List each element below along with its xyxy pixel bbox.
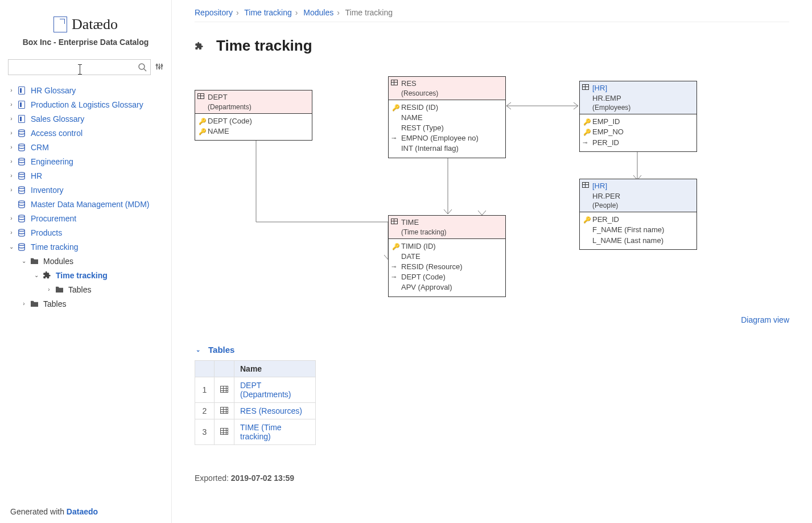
svg-point-9: [19, 143, 25, 146]
tree-item-crm[interactable]: ›CRM: [8, 140, 163, 154]
table-row[interactable]: 3TIME (Time tracking): [195, 419, 316, 445]
sidebar: Datædo Box Inc - Enterprise Data Catalog…: [0, 0, 172, 523]
key-icon: 🔑: [583, 118, 591, 126]
book-icon: [18, 101, 25, 109]
puzzle-icon: [42, 271, 51, 280]
key-icon: 🔑: [583, 216, 591, 224]
database-icon: [17, 157, 26, 166]
book-icon: [18, 115, 25, 123]
database-icon: [17, 143, 26, 152]
database-icon: [17, 214, 26, 223]
erd-diagram[interactable]: DEPT(Departments) 🔑DEPT (Code) 🔑NAME RES…: [195, 66, 789, 328]
database-icon: [17, 200, 26, 209]
text-cursor-icon: [80, 65, 80, 74]
tree-item-time-tracking-module[interactable]: ⌄Time tracking: [8, 268, 163, 282]
erd-entity-emp[interactable]: [HR]HR.EMP(Employees) 🔑EMP_ID 🔑EMP_NO ⊸P…: [579, 81, 697, 152]
svg-point-8: [19, 129, 25, 131]
table-icon: [391, 80, 398, 85]
folder-icon: [30, 299, 39, 308]
database-icon: [17, 186, 26, 195]
table-icon: [582, 84, 589, 90]
breadcrumb: Repository› Time tracking› Modules› Time…: [195, 8, 789, 17]
breadcrumb-modules[interactable]: Modules: [303, 8, 333, 17]
footer-brand-link[interactable]: Dataedo: [67, 507, 98, 516]
breadcrumb-repository[interactable]: Repository: [195, 8, 233, 17]
svg-line-1: [144, 69, 146, 71]
tree-item-modules[interactable]: ⌄Modules: [8, 254, 163, 268]
main-content: Repository› Time tracking› Modules› Time…: [172, 0, 812, 523]
col-name: Name: [234, 361, 316, 377]
erd-entity-dept[interactable]: DEPT(Departments) 🔑DEPT (Code) 🔑NAME: [195, 90, 312, 141]
svg-point-11: [19, 172, 25, 174]
logo: Datædo: [8, 16, 163, 34]
svg-point-12: [19, 186, 25, 188]
breadcrumb-current: Time tracking: [345, 8, 393, 17]
database-icon: [17, 129, 26, 138]
svg-point-5: [156, 64, 158, 66]
table-icon: [220, 428, 228, 435]
footer-note: Generated with Dataedo: [10, 507, 98, 516]
catalog-title: Box Inc - Enterprise Data Catalog: [8, 38, 163, 47]
svg-point-0: [139, 64, 145, 69]
database-icon: [17, 228, 26, 237]
tables-section-toggle[interactable]: ⌄Tables: [195, 345, 789, 355]
tree-item-time-tracking[interactable]: ⌄Time tracking: [8, 240, 163, 254]
breadcrumb-time-tracking[interactable]: Time tracking: [244, 8, 292, 17]
filter-icon[interactable]: [155, 63, 163, 72]
key-icon: 🔑: [583, 128, 591, 137]
nav-tree: ›HR Glossary ›Production & Logistics Glo…: [8, 83, 163, 311]
page-title: Time tracking: [216, 37, 312, 55]
tree-item-hr-glossary[interactable]: ›HR Glossary: [8, 83, 163, 97]
svg-point-15: [19, 229, 25, 231]
logo-icon: [53, 17, 67, 32]
tree-item-engineering[interactable]: ›Engineering: [8, 154, 163, 168]
database-icon: [17, 242, 26, 252]
key-icon: 🔑: [199, 117, 207, 126]
erd-entity-per[interactable]: [HR]HR.PER(People) 🔑PER_ID F_NAME (First…: [579, 179, 697, 250]
svg-point-16: [19, 243, 25, 245]
key-icon: 🔑: [392, 104, 400, 112]
tree-item-mdm[interactable]: Master Data Management (MDM): [8, 197, 163, 211]
tree-item-prod-glossary[interactable]: ›Production & Logistics Glossary: [8, 97, 163, 112]
table-icon: [220, 386, 228, 393]
key-icon: 🔑: [199, 127, 207, 136]
tree-item-tables[interactable]: ›Tables: [8, 296, 163, 311]
svg-point-14: [19, 215, 25, 217]
svg-point-10: [19, 158, 25, 160]
table-row[interactable]: 1DEPT (Departments): [195, 377, 316, 403]
brand-text: Datædo: [72, 16, 118, 33]
erd-entity-time[interactable]: TIME(Time tracking) 🔑TIMID (ID) DATE ⊸RE…: [388, 215, 506, 297]
fk-icon: ⊸: [391, 134, 396, 142]
table-icon: [197, 93, 204, 99]
fk-icon: ⊸: [583, 139, 587, 147]
table-row[interactable]: 2RES (Resources): [195, 403, 316, 419]
tree-item-access-control[interactable]: ›Access control: [8, 126, 163, 140]
exported-timestamp: Exported: 2019-07-02 13:59: [195, 473, 789, 483]
svg-point-7: [161, 64, 163, 66]
database-icon: [17, 171, 26, 180]
folder-icon: [55, 285, 64, 294]
tree-item-sales-glossary[interactable]: ›Sales Glossary: [8, 112, 163, 126]
folder-icon: [30, 257, 39, 266]
key-icon: 🔑: [392, 242, 400, 251]
svg-point-6: [159, 67, 160, 68]
tables-list: Name 1DEPT (Departments) 2RES (Resources…: [195, 360, 316, 445]
puzzle-icon: [195, 42, 204, 51]
erd-entity-res[interactable]: RES(Resources) 🔑RESID (ID) NAME REST (Ty…: [388, 76, 506, 158]
svg-point-13: [19, 200, 25, 203]
fk-icon: ⊸: [391, 273, 396, 281]
table-icon: [582, 182, 589, 188]
book-icon: [18, 87, 25, 94]
fk-icon: ⊸: [391, 263, 396, 271]
tree-item-products[interactable]: ›Products: [8, 225, 163, 240]
tree-item-module-tables[interactable]: ›Tables: [8, 282, 163, 296]
search-icon: [138, 63, 147, 72]
tree-item-procurement[interactable]: ›Procurement: [8, 211, 163, 225]
tree-item-hr[interactable]: ›HR: [8, 168, 163, 183]
table-icon: [220, 407, 228, 414]
table-icon: [391, 219, 398, 224]
diagram-view-link[interactable]: Diagram view: [741, 315, 789, 324]
tree-item-inventory[interactable]: ›Inventory: [8, 183, 163, 197]
